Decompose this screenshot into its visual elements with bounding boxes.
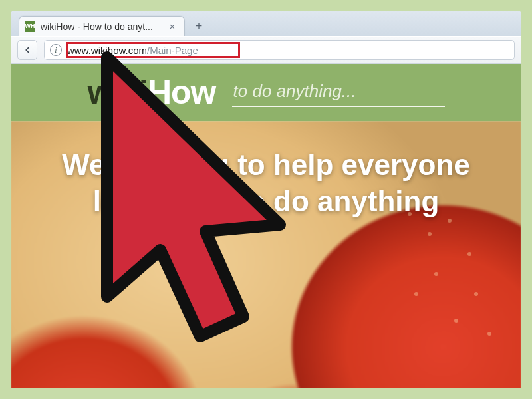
close-tab-button[interactable]: × — [167, 21, 178, 32]
url-domain: www.wikihow.com — [67, 45, 147, 56]
hero-banner: We're trying to help everyone learn how … — [11, 121, 521, 388]
svg-point-6 — [474, 292, 478, 296]
svg-point-3 — [467, 252, 471, 256]
close-icon: × — [170, 21, 176, 31]
hero-line-2: learn how to do anything — [24, 183, 508, 219]
svg-point-5 — [414, 292, 418, 296]
logo-wiki-text: wiki — [87, 73, 147, 112]
site-info-icon[interactable]: i — [50, 44, 62, 56]
browser-window: WH wikiHow - How to do anyt... × + i www… — [11, 11, 521, 388]
plus-icon: + — [196, 19, 203, 33]
back-button[interactable] — [17, 40, 37, 60]
svg-point-7 — [454, 319, 458, 323]
page-viewport: wikiHow We're trying to help everyone — [11, 64, 521, 388]
site-header: wikiHow — [11, 64, 521, 121]
hero-line-1: We're trying to help everyone — [24, 146, 508, 183]
tab-strip: WH wikiHow - How to do anyt... × + — [11, 11, 521, 36]
active-tab[interactable]: WH wikiHow - How to do anyt... × — [19, 16, 185, 36]
svg-point-8 — [487, 332, 491, 336]
logo-how-text: How — [148, 73, 216, 112]
svg-point-4 — [434, 272, 438, 276]
search-input[interactable] — [232, 78, 445, 107]
search-field-wrap — [232, 78, 445, 107]
hero-headline: We're trying to help everyone learn how … — [11, 146, 521, 219]
svg-point-1 — [428, 232, 432, 236]
url-path: /Main-Page — [147, 45, 198, 56]
address-bar[interactable]: i www.wikihow.com/Main-Page — [44, 40, 515, 60]
url-text: www.wikihow.com/Main-Page — [67, 45, 198, 56]
wikihow-favicon-icon: WH — [25, 21, 35, 32]
arrow-left-icon — [23, 45, 32, 55]
instruction-frame: WH wikiHow - How to do anyt... × + i www… — [0, 0, 532, 399]
new-tab-button[interactable]: + — [190, 19, 207, 33]
toolbar: i www.wikihow.com/Main-Page — [11, 36, 521, 64]
tab-title: wikiHow - How to do anyt... — [41, 21, 162, 32]
wikihow-logo[interactable]: wikiHow — [87, 73, 215, 112]
